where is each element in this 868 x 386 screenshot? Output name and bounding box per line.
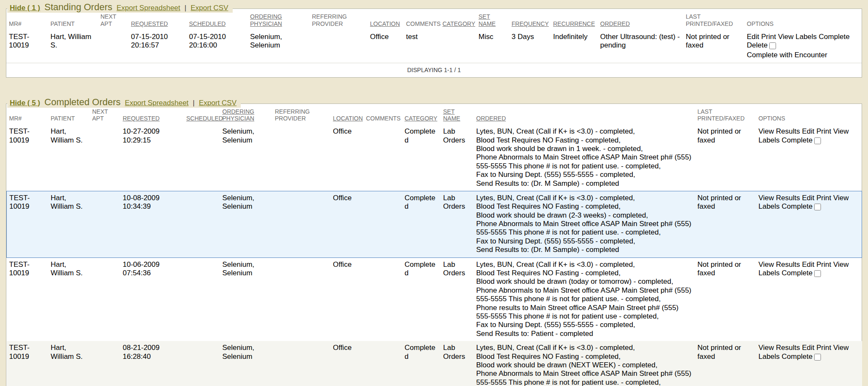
completed-orders-table: MR# PATIENT NEXT APT REQUESTED SCHEDULED… <box>6 104 862 386</box>
cell-options: View Results Edit Print View Labels Comp… <box>756 257 862 341</box>
col-set-name[interactable]: SET NAME <box>476 9 509 30</box>
order-select-checkbox[interactable] <box>814 270 821 277</box>
view-labels-link[interactable]: View Labels <box>778 33 817 41</box>
completed-order-row: TEST-10019 Hart, William S. 10-06-2009 0… <box>7 257 862 341</box>
col-ordered[interactable]: ORDERED <box>474 104 695 125</box>
print-link[interactable]: Print <box>761 33 776 41</box>
col-options: OPTIONS <box>756 104 862 125</box>
delete-link[interactable]: Delete <box>747 41 768 49</box>
col-recurrence[interactable]: RECURRENCE <box>551 9 598 30</box>
cell-referring-provider <box>273 257 331 341</box>
cell-patient: Hart, William S. <box>48 341 90 386</box>
cell-ordering-physician: Selenium, Selenium <box>220 341 273 386</box>
cell-scheduled: 07-15-2010 20:16:00 <box>186 30 248 63</box>
completed-orders-export-csv-link[interactable]: Export CSV <box>199 99 236 107</box>
edit-link[interactable]: Edit <box>802 194 814 202</box>
complete-link[interactable]: Complete <box>782 269 812 277</box>
cell-set-name: Lab Orders <box>441 341 474 386</box>
cell-scheduled <box>184 125 220 191</box>
cell-scheduled <box>184 257 220 341</box>
completed-orders-legend: Hide ( 5 ) Completed Orders Export Sprea… <box>7 97 241 108</box>
cell-comments <box>364 191 402 257</box>
ordered-item: Blood Test Requires NO Fasting - complet… <box>476 136 692 145</box>
cell-comments <box>364 341 402 386</box>
col-frequency[interactable]: FREQUENCY <box>509 9 551 30</box>
ordered-item: Blood Test Requires NO Fasting - complet… <box>476 269 692 277</box>
complete-link[interactable]: Complete <box>782 352 812 361</box>
cell-last-printed: Not printed or faxed <box>695 125 756 191</box>
ordered-item: Blood Test Requires NO Fasting - complet… <box>476 202 692 211</box>
cell-patient: Hart, William S. <box>48 30 98 63</box>
paging-status: DISPLAYING 1-1 / 1 <box>6 63 862 77</box>
ordered-item: Blood Test Requires NO Fasting - complet… <box>476 352 692 361</box>
order-select-checkbox[interactable] <box>814 137 821 144</box>
complete-link[interactable]: Complete <box>782 136 812 144</box>
cell-next-apt <box>98 30 128 63</box>
ordered-item: Blood work should be drawn (today or tom… <box>476 277 692 286</box>
complete-with-encounter-link[interactable]: Complete with Encounter <box>747 51 858 59</box>
view-results-link[interactable]: View Results <box>759 194 800 202</box>
standing-orders-export-csv-link[interactable]: Export CSV <box>191 4 228 12</box>
edit-link[interactable]: Edit <box>747 33 759 41</box>
cell-ordering-physician: Selenium, Selenium <box>220 191 273 257</box>
order-select-checkbox[interactable] <box>769 42 776 49</box>
col-ordered[interactable]: ORDERED <box>598 9 683 30</box>
standing-orders-hide-link[interactable]: Hide ( 1 ) <box>10 4 40 12</box>
cell-next-apt <box>90 257 120 341</box>
print-link[interactable]: Print <box>816 344 831 352</box>
cell-ordering-physician: Selenium, Selenium <box>220 257 273 341</box>
col-location[interactable]: LOCATION <box>331 104 364 125</box>
cell-set-name: Lab Orders <box>441 125 474 191</box>
cell-next-apt <box>90 191 120 257</box>
view-results-link[interactable]: View Results <box>759 127 800 135</box>
standing-orders-export-spreadsheet-link[interactable]: Export Spreadsheet <box>117 4 180 12</box>
cell-set-name: Misc <box>476 30 509 63</box>
cell-location: Office <box>331 191 364 257</box>
cell-patient: Hart, William S. <box>48 125 90 191</box>
cell-location: Office <box>331 125 364 191</box>
standing-order-row: TEST-10019 Hart, William S. 07-15-2010 2… <box>6 30 862 63</box>
edit-link[interactable]: Edit <box>802 344 814 352</box>
col-comments: COMMENTS <box>364 104 402 125</box>
print-link[interactable]: Print <box>816 260 831 269</box>
view-results-link[interactable]: View Results <box>759 260 800 269</box>
col-set-name[interactable]: SET NAME <box>441 104 474 125</box>
ordered-item: Phone results to Main Street office ASAP… <box>476 304 692 321</box>
edit-link[interactable]: Edit <box>802 260 814 269</box>
cell-requested: 10-27-2009 10:29:15 <box>120 125 184 191</box>
ordered-item: Lytes, BUN, Creat (Call if K+ is <3.0) -… <box>476 344 692 352</box>
order-select-checkbox[interactable] <box>814 354 821 361</box>
col-referring-provider: REFERRING PROVIDER <box>273 104 331 125</box>
col-location[interactable]: LOCATION <box>367 9 403 30</box>
col-ordering-physician[interactable]: ORDERING PHYSICIAN <box>248 9 309 30</box>
cell-mr: TEST-10019 <box>6 30 48 63</box>
view-results-link[interactable]: View Results <box>759 344 800 352</box>
cell-patient: Hart, William S. <box>48 191 90 257</box>
cell-requested: 08-21-2009 16:28:40 <box>120 341 184 386</box>
cell-category <box>440 30 476 63</box>
col-category[interactable]: CATEGORY <box>440 9 476 30</box>
col-referring-provider: REFERRING PROVIDER <box>309 9 367 30</box>
cell-category: Completed <box>402 191 441 257</box>
cell-last-printed: Not printed or faxed <box>695 191 756 257</box>
legend-separator: | <box>184 4 186 12</box>
col-category[interactable]: CATEGORY <box>402 104 441 125</box>
completed-orders-export-spreadsheet-link[interactable]: Export Spreadsheet <box>125 99 189 107</box>
edit-link[interactable]: Edit <box>802 127 814 135</box>
completed-order-row: TEST-10019 Hart, William S. 10-27-2009 1… <box>7 125 862 191</box>
print-link[interactable]: Print <box>816 127 831 135</box>
order-select-checkbox[interactable] <box>814 204 821 210</box>
col-last-printed: LAST PRINTED/FAXED <box>683 9 744 30</box>
complete-link[interactable]: Complete <box>782 202 812 210</box>
legend-separator: | <box>193 99 195 107</box>
cell-recurrence: Indefinitely <box>551 30 598 63</box>
print-link[interactable]: Print <box>816 194 831 202</box>
ordered-item: Phone Abnormals to Main Street office AS… <box>476 286 692 304</box>
cell-next-apt <box>90 341 120 386</box>
ordered-item: Blood work should be drawn (NEXT WEEK) -… <box>476 361 692 369</box>
completed-orders-hide-link[interactable]: Hide ( 5 ) <box>10 99 40 107</box>
complete-link[interactable]: Complete <box>819 33 850 41</box>
cell-requested: 10-06-2009 07:54:36 <box>120 257 184 341</box>
cell-options: View Results Edit Print View Labels Comp… <box>756 125 862 191</box>
cell-scheduled <box>184 341 220 386</box>
